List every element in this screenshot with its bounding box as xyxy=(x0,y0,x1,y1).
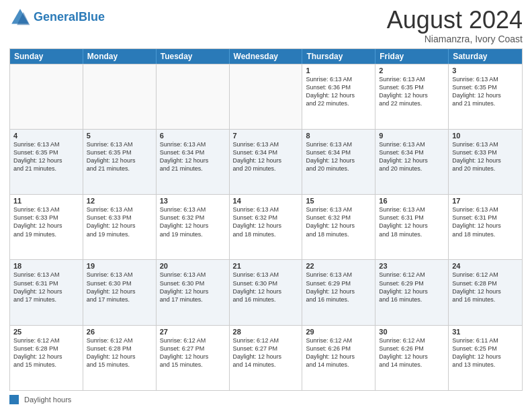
calendar-cell: 25Sunrise: 6:12 AMSunset: 6:28 PMDayligh… xyxy=(10,326,83,390)
day-info: Sunrise: 6:12 AMSunset: 6:28 PMDaylight:… xyxy=(87,336,152,369)
calendar-cell: 9Sunrise: 6:13 AMSunset: 6:34 PMDaylight… xyxy=(375,130,449,194)
day-number: 30 xyxy=(379,328,445,336)
logo-general: General xyxy=(34,10,79,24)
day-info: Sunrise: 6:12 AMSunset: 6:28 PMDaylight:… xyxy=(13,336,79,369)
calendar-row: 18Sunrise: 6:13 AMSunset: 6:31 PMDayligh… xyxy=(10,259,522,324)
calendar-body: 1Sunrise: 6:13 AMSunset: 6:36 PMDaylight… xyxy=(10,64,522,390)
calendar-cell: 11Sunrise: 6:13 AMSunset: 6:33 PMDayligh… xyxy=(10,195,83,259)
calendar-header: SundayMondayTuesdayWednesdayThursdayFrid… xyxy=(10,49,522,64)
calendar-cell: 6Sunrise: 6:13 AMSunset: 6:34 PMDaylight… xyxy=(157,130,230,194)
day-number: 31 xyxy=(452,328,519,336)
calendar-cell: 10Sunrise: 6:13 AMSunset: 6:33 PMDayligh… xyxy=(449,130,522,194)
legend: Daylight hours xyxy=(9,395,523,404)
calendar-cell: 16Sunrise: 6:13 AMSunset: 6:31 PMDayligh… xyxy=(375,195,449,259)
day-number: 7 xyxy=(233,132,299,140)
calendar-row: 1Sunrise: 6:13 AMSunset: 6:36 PMDaylight… xyxy=(10,64,522,129)
calendar-cell xyxy=(10,64,83,129)
calendar-cell xyxy=(83,64,157,129)
day-info: Sunrise: 6:11 AMSunset: 6:25 PMDaylight:… xyxy=(452,336,519,369)
day-number: 9 xyxy=(379,132,445,140)
day-number: 6 xyxy=(160,132,226,140)
calendar-row: 4Sunrise: 6:13 AMSunset: 6:35 PMDaylight… xyxy=(10,129,522,194)
calendar: SundayMondayTuesdayWednesdayThursdayFrid… xyxy=(9,48,523,391)
day-number: 8 xyxy=(306,132,371,140)
day-number: 19 xyxy=(87,262,152,270)
day-info: Sunrise: 6:13 AMSunset: 6:31 PMDaylight:… xyxy=(379,205,445,238)
day-info: Sunrise: 6:13 AMSunset: 6:34 PMDaylight:… xyxy=(306,140,371,173)
calendar-cell: 12Sunrise: 6:13 AMSunset: 6:33 PMDayligh… xyxy=(83,195,157,259)
day-info: Sunrise: 6:13 AMSunset: 6:30 PMDaylight:… xyxy=(87,271,152,304)
calendar-cell: 8Sunrise: 6:13 AMSunset: 6:34 PMDaylight… xyxy=(302,130,375,194)
calendar-cell: 5Sunrise: 6:13 AMSunset: 6:35 PMDaylight… xyxy=(83,130,157,194)
day-number: 4 xyxy=(13,132,79,140)
day-info: Sunrise: 6:12 AMSunset: 6:26 PMDaylight:… xyxy=(306,336,371,369)
day-number: 14 xyxy=(233,197,299,205)
subtitle: Niamanzra, Ivory Coast xyxy=(387,34,523,44)
calendar-row: 11Sunrise: 6:13 AMSunset: 6:33 PMDayligh… xyxy=(10,194,522,259)
calendar-cell: 20Sunrise: 6:13 AMSunset: 6:30 PMDayligh… xyxy=(157,260,230,324)
day-number: 12 xyxy=(87,197,152,205)
day-info: Sunrise: 6:13 AMSunset: 6:34 PMDaylight:… xyxy=(233,140,299,173)
day-number: 28 xyxy=(233,328,299,336)
legend-color-box xyxy=(9,395,19,404)
calendar-cell: 3Sunrise: 6:13 AMSunset: 6:35 PMDaylight… xyxy=(449,64,522,129)
day-info: Sunrise: 6:13 AMSunset: 6:35 PMDaylight:… xyxy=(452,75,519,108)
day-number: 15 xyxy=(306,197,371,205)
day-info: Sunrise: 6:13 AMSunset: 6:33 PMDaylight:… xyxy=(13,205,79,238)
logo-text: GeneralBlue xyxy=(34,11,105,24)
calendar-header-cell: Sunday xyxy=(10,49,83,64)
day-number: 1 xyxy=(306,66,371,75)
calendar-cell: 27Sunrise: 6:12 AMSunset: 6:27 PMDayligh… xyxy=(157,326,230,390)
day-info: Sunrise: 6:13 AMSunset: 6:32 PMDaylight:… xyxy=(160,205,226,238)
day-info: Sunrise: 6:12 AMSunset: 6:29 PMDaylight:… xyxy=(379,271,445,304)
day-info: Sunrise: 6:13 AMSunset: 6:34 PMDaylight:… xyxy=(160,140,226,173)
page: GeneralBlue August 2024 Niamanzra, Ivory… xyxy=(0,0,532,411)
day-info: Sunrise: 6:13 AMSunset: 6:32 PMDaylight:… xyxy=(306,205,371,238)
day-number: 10 xyxy=(452,132,519,140)
day-number: 24 xyxy=(452,262,519,270)
day-number: 22 xyxy=(306,262,371,270)
day-number: 17 xyxy=(452,197,519,205)
day-number: 23 xyxy=(379,262,445,270)
calendar-cell: 22Sunrise: 6:13 AMSunset: 6:29 PMDayligh… xyxy=(302,260,375,324)
day-info: Sunrise: 6:12 AMSunset: 6:27 PMDaylight:… xyxy=(233,336,299,369)
calendar-header-cell: Wednesday xyxy=(230,49,303,64)
calendar-cell: 1Sunrise: 6:13 AMSunset: 6:36 PMDaylight… xyxy=(302,64,375,129)
day-number: 18 xyxy=(13,262,79,270)
calendar-header-cell: Monday xyxy=(83,49,157,64)
day-number: 26 xyxy=(87,328,152,336)
calendar-cell: 23Sunrise: 6:12 AMSunset: 6:29 PMDayligh… xyxy=(375,260,449,324)
day-number: 21 xyxy=(233,262,299,270)
calendar-cell: 21Sunrise: 6:13 AMSunset: 6:30 PMDayligh… xyxy=(230,260,303,324)
calendar-row: 25Sunrise: 6:12 AMSunset: 6:28 PMDayligh… xyxy=(10,325,522,390)
day-info: Sunrise: 6:13 AMSunset: 6:31 PMDaylight:… xyxy=(13,271,79,304)
calendar-cell: 15Sunrise: 6:13 AMSunset: 6:32 PMDayligh… xyxy=(302,195,375,259)
day-number: 29 xyxy=(306,328,371,336)
day-number: 27 xyxy=(160,328,226,336)
day-number: 16 xyxy=(379,197,445,205)
day-info: Sunrise: 6:13 AMSunset: 6:30 PMDaylight:… xyxy=(233,271,299,304)
calendar-cell: 7Sunrise: 6:13 AMSunset: 6:34 PMDaylight… xyxy=(230,130,303,194)
day-info: Sunrise: 6:13 AMSunset: 6:29 PMDaylight:… xyxy=(306,271,371,304)
day-number: 13 xyxy=(160,197,226,205)
calendar-cell: 13Sunrise: 6:13 AMSunset: 6:32 PMDayligh… xyxy=(157,195,230,259)
legend-label: Daylight hours xyxy=(24,396,71,404)
logo-icon xyxy=(9,7,31,28)
logo: GeneralBlue xyxy=(9,7,105,28)
calendar-header-cell: Saturday xyxy=(449,49,522,64)
day-info: Sunrise: 6:13 AMSunset: 6:36 PMDaylight:… xyxy=(306,75,371,108)
calendar-cell: 17Sunrise: 6:13 AMSunset: 6:31 PMDayligh… xyxy=(449,195,522,259)
calendar-cell: 26Sunrise: 6:12 AMSunset: 6:28 PMDayligh… xyxy=(83,326,157,390)
day-info: Sunrise: 6:13 AMSunset: 6:35 PMDaylight:… xyxy=(379,75,445,108)
day-info: Sunrise: 6:13 AMSunset: 6:35 PMDaylight:… xyxy=(13,140,79,173)
day-number: 5 xyxy=(87,132,152,140)
title-block: August 2024 Niamanzra, Ivory Coast xyxy=(387,7,523,44)
day-info: Sunrise: 6:13 AMSunset: 6:33 PMDaylight:… xyxy=(452,140,519,173)
main-title: August 2024 xyxy=(387,7,523,34)
calendar-cell: 4Sunrise: 6:13 AMSunset: 6:35 PMDaylight… xyxy=(10,130,83,194)
day-number: 20 xyxy=(160,262,226,270)
day-info: Sunrise: 6:13 AMSunset: 6:35 PMDaylight:… xyxy=(87,140,152,173)
day-info: Sunrise: 6:13 AMSunset: 6:31 PMDaylight:… xyxy=(452,205,519,238)
calendar-header-cell: Tuesday xyxy=(157,49,230,64)
day-info: Sunrise: 6:13 AMSunset: 6:33 PMDaylight:… xyxy=(87,205,152,238)
